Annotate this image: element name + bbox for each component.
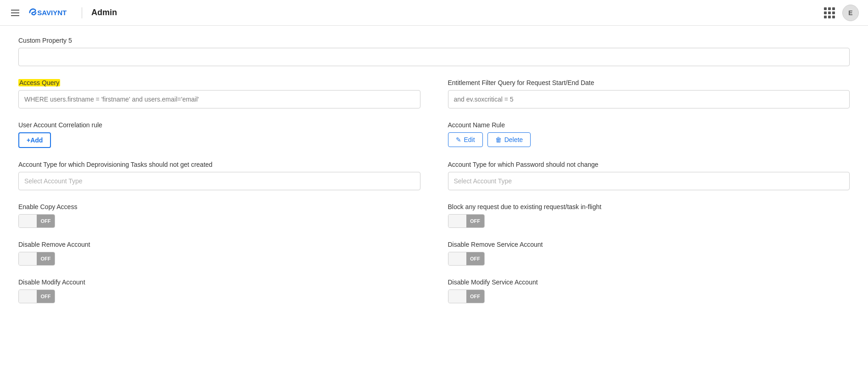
toggle-off-label: OFF (466, 252, 484, 265)
disable-modify-service-account-section: Disable Modify Service Account OFF (448, 278, 850, 303)
header-left: SAVIYNT Admin (9, 6, 117, 20)
account-name-rule-label: Account Name Rule (448, 121, 850, 129)
disable-modify-account-toggle-container: OFF (18, 290, 420, 303)
toggle-off-track (448, 290, 466, 303)
disable-remove-service-account-toggle[interactable]: OFF (448, 252, 485, 266)
entitlement-filter-section: Entitlement Filter Query for Request Sta… (448, 79, 850, 108)
entitlement-filter-input[interactable] (448, 90, 850, 108)
user-avatar[interactable]: E (842, 5, 859, 21)
enable-copy-access-toggle-container: OFF (18, 214, 420, 228)
custom-property-5-section: Custom Property 5 (18, 37, 850, 66)
toggle-off-label: OFF (37, 290, 55, 303)
hamburger-menu-icon[interactable] (9, 8, 21, 18)
deprov-account-type-select[interactable]: Select Account Type (18, 172, 420, 190)
access-query-highlight: Access Query (18, 79, 60, 86)
toggle-off-track (19, 252, 37, 265)
delete-account-name-rule-button[interactable]: 🗑 Delete (487, 132, 531, 147)
disable-modify-service-account-toggle[interactable]: OFF (448, 290, 485, 303)
disable-remove-account-toggle-container: OFF (18, 252, 420, 266)
custom-property-5-label: Custom Property 5 (18, 37, 850, 44)
toggle-off-label: OFF (37, 215, 55, 227)
user-account-correlation-section: User Account Correlation rule +Add (18, 121, 420, 148)
toggle-off-label: OFF (37, 252, 55, 265)
deprov-account-type-section: Account Type for which Deprovisioning Ta… (18, 161, 420, 190)
toggle-off-label: OFF (466, 290, 484, 303)
access-query-label: Access Query (18, 79, 420, 86)
app-header: SAVIYNT Admin E (0, 0, 868, 26)
toggle-off-label: OFF (466, 215, 484, 227)
password-account-type-label: Account Type for which Password should n… (448, 161, 850, 168)
enable-copy-access-section: Enable Copy Access OFF (18, 203, 420, 228)
entitlement-filter-label: Entitlement Filter Query for Request Sta… (448, 79, 850, 86)
disable-remove-account-toggle[interactable]: OFF (18, 252, 55, 266)
account-name-rule-section: Account Name Rule ✎ Edit 🗑 Delete (448, 121, 850, 148)
account-name-rule-buttons: ✎ Edit 🗑 Delete (448, 132, 850, 147)
saviynt-logo: SAVIYNT (27, 6, 73, 20)
user-account-correlation-label: User Account Correlation rule (18, 121, 420, 129)
main-content: Custom Property 5 Access Query Entitleme… (0, 26, 868, 327)
disable-modify-account-toggle[interactable]: OFF (18, 290, 55, 303)
password-account-type-section: Account Type for which Password should n… (448, 161, 850, 190)
edit-account-name-rule-button[interactable]: ✎ Edit (448, 132, 483, 147)
header-divider (82, 7, 82, 18)
delete-trash-icon: 🗑 (495, 136, 502, 143)
page-title: Admin (91, 8, 117, 17)
correlation-buttons: +Add (18, 132, 420, 148)
disable-remove-account-section: Disable Remove Account OFF (18, 241, 420, 266)
disable-remove-service-account-label: Disable Remove Service Account (448, 241, 850, 248)
deprov-account-type-label: Account Type for which Deprovisioning Ta… (18, 161, 420, 168)
apps-grid-icon[interactable] (824, 7, 835, 18)
custom-property-5-input[interactable] (18, 48, 850, 66)
access-query-input[interactable] (18, 90, 420, 108)
add-correlation-button[interactable]: +Add (18, 132, 51, 148)
disable-remove-service-account-section: Disable Remove Service Account OFF (448, 241, 850, 266)
disable-modify-service-account-toggle-container: OFF (448, 290, 850, 303)
toggle-off-track (19, 215, 37, 227)
logo-area: SAVIYNT (27, 6, 73, 20)
toggle-off-track (448, 252, 466, 265)
password-account-type-select[interactable]: Select Account Type (448, 172, 850, 190)
enable-copy-access-toggle[interactable]: OFF (18, 214, 55, 228)
block-request-toggle-container: OFF (448, 214, 850, 228)
block-request-section: Block any request due to existing reques… (448, 203, 850, 228)
disable-modify-account-label: Disable Modify Account (18, 278, 420, 286)
disable-modify-service-account-label: Disable Modify Service Account (448, 278, 850, 286)
header-right: E (824, 5, 859, 21)
disable-remove-service-account-toggle-container: OFF (448, 252, 850, 266)
toggle-off-track (448, 215, 466, 227)
form-grid: Access Query Entitlement Filter Query fo… (18, 79, 850, 316)
disable-modify-account-section: Disable Modify Account OFF (18, 278, 420, 303)
svg-text:SAVIYNT: SAVIYNT (37, 9, 67, 17)
disable-remove-account-label: Disable Remove Account (18, 241, 420, 248)
block-request-toggle[interactable]: OFF (448, 214, 485, 228)
block-request-label: Block any request due to existing reques… (448, 203, 850, 210)
toggle-off-track (19, 290, 37, 303)
access-query-section: Access Query (18, 79, 420, 108)
edit-pencil-icon: ✎ (456, 136, 461, 143)
enable-copy-access-label: Enable Copy Access (18, 203, 420, 210)
